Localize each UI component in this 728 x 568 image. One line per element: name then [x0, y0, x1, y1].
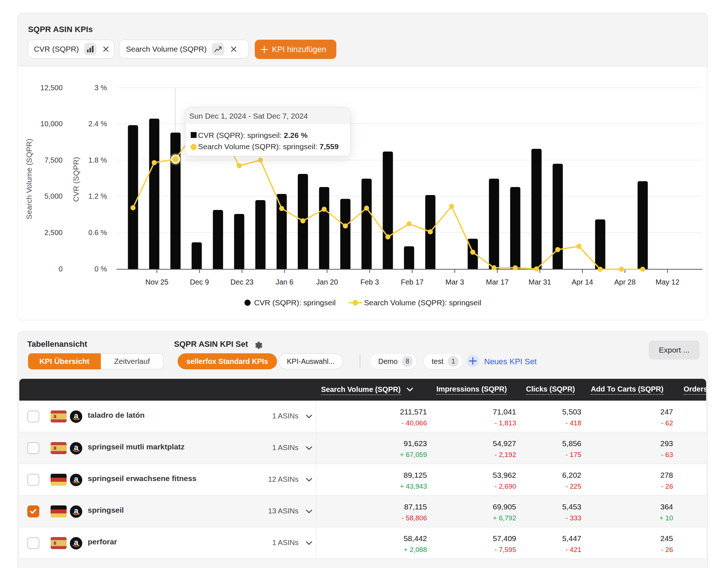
svg-text:Dec 9: Dec 9 [190, 278, 209, 286]
svg-text:May 12: May 12 [656, 278, 680, 286]
svg-text:1.2 %: 1.2 % [88, 192, 107, 200]
svg-text:Mar 31: Mar 31 [529, 278, 551, 286]
svg-text:Feb 17: Feb 17 [401, 278, 423, 286]
svg-text:1.8 %: 1.8 % [88, 156, 107, 164]
svg-text:7,500: 7,500 [44, 156, 63, 164]
svg-text:12,500: 12,500 [40, 84, 63, 92]
svg-text:0 %: 0 % [95, 265, 107, 273]
svg-text:Feb 3: Feb 3 [360, 278, 379, 286]
svg-text:Dec 23: Dec 23 [230, 278, 253, 286]
svg-text:Search Volume (SQPR): springse: Search Volume (SQPR): springseil: 7,559 [198, 142, 339, 151]
svg-text:10,000: 10,000 [40, 120, 63, 128]
svg-text:2,500: 2,500 [44, 229, 63, 237]
svg-text:CVR (SQPR): CVR (SQPR) [72, 157, 80, 202]
svg-text:5,000: 5,000 [44, 192, 63, 200]
svg-text:Jan 20: Jan 20 [316, 278, 338, 286]
svg-text:Mar 3: Mar 3 [446, 278, 464, 286]
svg-text:CVR (SQPR): springseil: 2.26 %: CVR (SQPR): springseil: 2.26 % [198, 131, 308, 139]
svg-text:Apr 28: Apr 28 [614, 278, 636, 286]
svg-text:0.6 %: 0.6 % [88, 229, 107, 237]
svg-text:0: 0 [59, 265, 63, 273]
svg-text:Search Volume (SQPR): springse: Search Volume (SQPR): springseil [364, 298, 481, 307]
svg-text:Search Volume (SQPR): Search Volume (SQPR) [25, 139, 33, 219]
svg-text:Nov 25: Nov 25 [145, 278, 168, 286]
svg-text:Mar 17: Mar 17 [486, 278, 509, 286]
svg-text:CVR (SQPR): springseil: CVR (SQPR): springseil [254, 298, 336, 307]
svg-text:Sun Dec 1, 2024 - Sat Dec 7, 2: Sun Dec 1, 2024 - Sat Dec 7, 2024 [189, 112, 308, 120]
svg-text:2.4 %: 2.4 % [88, 120, 107, 128]
svg-text:3 %: 3 % [95, 84, 107, 92]
svg-text:Apr 14: Apr 14 [572, 278, 593, 286]
svg-text:Jan 6: Jan 6 [276, 278, 293, 286]
